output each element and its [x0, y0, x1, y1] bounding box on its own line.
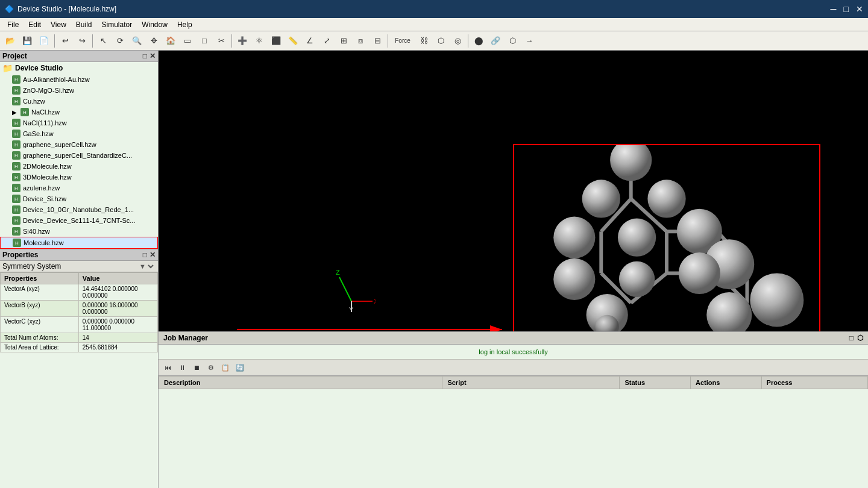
tree-item-14[interactable]: H Si40.hzw [0, 226, 158, 237]
svg-point-16 [618, 219, 656, 257]
job-manager-expand[interactable]: □ [849, 334, 854, 342]
tb-ring[interactable]: ◎ [450, 33, 465, 49]
tree-item-12[interactable]: H Device_10_0Gr_Nanotube_Rede_1... [0, 204, 158, 215]
prop-row-2: VectorC (xyz) 0.000000 0.000000 11.00000… [1, 317, 158, 333]
minimize-button[interactable]: ─ [831, 4, 837, 14]
file-icon-9: H [12, 173, 20, 181]
tb-undo[interactable]: ↩ [57, 33, 73, 49]
tb-rotate[interactable]: ⟳ [112, 33, 128, 49]
project-close-btn[interactable]: ✕ [149, 52, 156, 60]
tb-open[interactable]: 📂 [2, 33, 18, 49]
tb-measure[interactable]: 📏 [285, 33, 301, 49]
project-panel-header: Project □ ✕ [0, 51, 158, 62]
tree-item-11[interactable]: H Device_Si.hzw [0, 193, 158, 204]
tb-connect[interactable]: 🔗 [488, 33, 503, 49]
jm-btn-0[interactable]: ⏮ [161, 361, 174, 374]
tb-select[interactable]: ↖ [95, 33, 111, 49]
menu-simulator[interactable]: Simulator [97, 19, 137, 30]
tree-item-10[interactable]: H azulene.hzw [0, 183, 158, 193]
job-manager-label: Job Manager [163, 334, 208, 342]
tb-cut[interactable]: ✂ [213, 33, 229, 49]
file-name-10: azulene.hzw [23, 184, 60, 192]
jm-btn-5[interactable]: 🔄 [233, 361, 247, 374]
file-name-2: Cu.hzw [23, 98, 45, 105]
file-name-5: GaSe.hzw [23, 130, 54, 137]
tb-new[interactable]: 📄 [36, 33, 52, 49]
svg-point-14 [647, 180, 685, 217]
folder-icon: 📁 [2, 63, 13, 73]
tb-chain[interactable]: ⛓ [416, 33, 432, 49]
tb-translate[interactable]: ✥ [146, 33, 162, 49]
tb-redo[interactable]: ↪ [74, 33, 90, 49]
maximize-button[interactable]: □ [844, 4, 849, 14]
left-panel: Project □ ✕ 📁 Device Studio H Au-Alkanet… [0, 51, 159, 488]
file-icon-15: H [13, 239, 21, 247]
tb-angle[interactable]: ∠ [302, 33, 318, 49]
project-panel-controls: □ ✕ [143, 52, 156, 60]
menu-build[interactable]: Build [71, 19, 97, 30]
job-manager-float[interactable]: ⬡ [857, 334, 863, 342]
jm-btn-2[interactable]: ⏹ [190, 361, 203, 374]
tb-lattice[interactable]: ⊟ [370, 33, 385, 49]
tree-item-8[interactable]: H 2DMolecule.hzw [0, 161, 158, 172]
tb-bond[interactable]: ⬛ [268, 33, 284, 49]
tb-save[interactable]: 💾 [19, 33, 35, 49]
tree-item-4[interactable]: H NaCl(111).hzw [0, 117, 158, 128]
tree-item-1[interactable]: H ZnO-MgO-Si.hzw [0, 85, 158, 96]
menu-view[interactable]: View [46, 19, 71, 30]
close-button[interactable]: ✕ [856, 4, 863, 14]
file-name-8: 2DMolecule.hzw [23, 163, 72, 170]
tb-dihedral[interactable]: ⤢ [319, 33, 335, 49]
tree-root-label: Device Studio [15, 64, 63, 72]
tb-build[interactable]: 🏠 [163, 33, 178, 49]
tree-item-9[interactable]: H 3DMolecule.hzw [0, 172, 158, 183]
tree-item-15[interactable]: H Molecule.hzw [0, 237, 158, 249]
svg-point-23 [750, 273, 804, 327]
prop-name-0: VectorA (xyz) [1, 284, 79, 301]
tree-item-0[interactable]: H Au-Alkanethiol-Au.hzw [0, 74, 158, 85]
tree-item-6[interactable]: H graphene_superCell.hzw [0, 139, 158, 150]
tb-surface[interactable]: ⬤ [471, 33, 486, 49]
tb-rect[interactable]: ▭ [180, 33, 195, 49]
tree-item-7[interactable]: H graphene_superCell_StandardizeC... [0, 150, 158, 161]
svg-text:Z: Z [336, 269, 340, 276]
tb-square[interactable]: □ [197, 33, 212, 49]
tb-zoom[interactable]: 🔍 [129, 33, 145, 49]
menu-help[interactable]: Help [172, 19, 197, 30]
tb-cell[interactable]: ⊞ [336, 33, 351, 49]
tree-item-13[interactable]: H Device_Device_Sc111-14_7CNT-Sc... [0, 215, 158, 226]
props-maximize-btn[interactable]: □ [143, 251, 147, 259]
jm-btn-1[interactable]: ⏸ [175, 361, 189, 374]
tree-item-5[interactable]: H GaSe.hzw [0, 128, 158, 139]
symmetry-select[interactable]: ▼ [137, 262, 156, 271]
tb-arrow[interactable]: → [521, 33, 537, 49]
prop-val-3: 14 [78, 333, 157, 343]
tb-add[interactable]: ➕ [234, 33, 250, 49]
jm-col-4: Process [761, 377, 867, 389]
menu-file[interactable]: File [2, 19, 24, 30]
jm-col-3: Actions [690, 377, 761, 389]
viewport[interactable]: Z X Y [159, 51, 868, 331]
tb-atom[interactable]: ⚛ [251, 33, 267, 49]
props-col-0: Properties [1, 273, 79, 284]
tree-root[interactable]: 📁 Device Studio [0, 62, 158, 74]
menu-edit[interactable]: Edit [24, 19, 46, 30]
project-panel: Project □ ✕ 📁 Device Studio H Au-Alkanet… [0, 51, 158, 249]
tree-item-2[interactable]: H Cu.hzw [0, 96, 158, 107]
file-icon-7: H [12, 151, 20, 160]
project-maximize-btn[interactable]: □ [143, 52, 147, 60]
menu-window[interactable]: Window [137, 19, 172, 30]
tb-force[interactable]: Force [391, 33, 415, 49]
tb-benzene[interactable]: ⬡ [433, 33, 448, 49]
props-close-btn[interactable]: ✕ [149, 251, 156, 259]
prop-name-3: Total Num of Atoms: [1, 333, 79, 343]
jm-btn-3[interactable]: ⚙ [204, 361, 218, 374]
svg-text:X: X [374, 298, 376, 305]
tb-symmetry[interactable]: ⧈ [353, 33, 368, 49]
jm-btn-4[interactable]: 📋 [219, 361, 232, 374]
props-col-1: Value [78, 273, 157, 284]
tb-frag[interactable]: ⬡ [505, 33, 520, 49]
job-manager-toolbar: ⏮ ⏸ ⏹ ⚙ 📋 🔄 [159, 360, 868, 376]
tree-item-3[interactable]: ▶ H NaCl.hzw [0, 107, 158, 117]
main-toolbar: 📂 💾 📄 ↩ ↪ ↖ ⟳ 🔍 ✥ 🏠 ▭ □ ✂ ➕ ⚛ ⬛ 📏 ∠ ⤢ ⊞ … [0, 31, 868, 51]
